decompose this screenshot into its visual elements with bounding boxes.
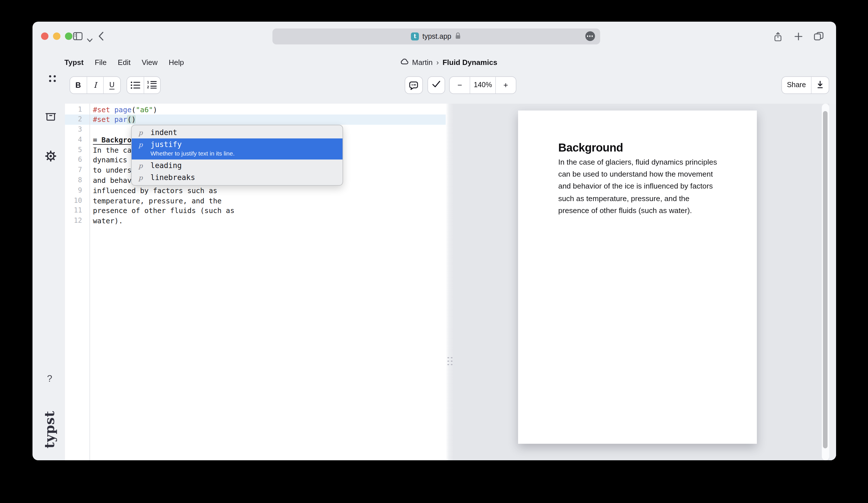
back-icon[interactable] <box>98 31 104 43</box>
close-window-button[interactable] <box>41 32 49 40</box>
list-format-group: 1 2 <box>126 76 161 94</box>
menu-item-file[interactable]: File <box>95 58 106 67</box>
browser-window: t typst.app <box>32 21 836 460</box>
code-text: #set page("a6") <box>90 105 157 115</box>
breadcrumb-separator: › <box>436 58 439 67</box>
preview-page: Background In the case of glaciers, flui… <box>518 110 757 444</box>
svg-text:2: 2 <box>147 85 149 89</box>
zoom-control-group: − 140% + <box>449 76 516 94</box>
line-number: 2 <box>65 115 90 125</box>
line-number: 11 <box>65 206 90 216</box>
compile-status-button[interactable] <box>427 76 445 94</box>
preview-scrollbar[interactable] <box>822 103 829 460</box>
autocomplete-label: indent <box>151 127 338 137</box>
share-icon[interactable] <box>773 31 782 44</box>
line-number: 12 <box>65 216 90 227</box>
zoom-window-button[interactable] <box>65 32 72 40</box>
download-button[interactable] <box>811 77 828 93</box>
zoom-in-button[interactable]: + <box>495 77 516 93</box>
new-tab-icon[interactable] <box>794 32 802 43</box>
autocomplete-dropdown: pindentpjustifyWhether to justify text i… <box>131 125 343 186</box>
preview-heading: Background <box>558 140 720 155</box>
autocomplete-label: leading <box>151 160 338 170</box>
url-text: typst.app <box>422 32 451 40</box>
check-icon <box>432 80 441 90</box>
autocomplete-label: linebreaks <box>151 172 338 182</box>
line-number: 7 <box>65 166 90 176</box>
breadcrumb-workspace[interactable]: Martin <box>412 58 433 67</box>
line-number: 10 <box>65 196 90 206</box>
menu-item-typst[interactable]: Typst <box>64 58 83 67</box>
preview-edge <box>829 103 836 460</box>
menu-item-help[interactable]: Help <box>169 58 184 67</box>
help-icon[interactable]: ? <box>47 373 52 384</box>
lock-icon <box>455 31 461 41</box>
code-text <box>90 125 93 135</box>
text-format-group: B I U <box>69 76 121 94</box>
page-settings-icon[interactable] <box>585 31 595 41</box>
preview-scrollbar-thumb[interactable] <box>823 111 828 448</box>
gutter-divider <box>89 103 90 460</box>
menu-item-edit[interactable]: Edit <box>118 58 131 67</box>
parameter-type-prefix: p <box>138 161 146 169</box>
autocomplete-item-justify[interactable]: pjustifyWhether to justify text in its l… <box>132 138 342 159</box>
code-text: presence of other fluids (such as <box>90 206 235 216</box>
drag-handle-icon[interactable] <box>447 357 452 365</box>
line-number: 9 <box>65 186 90 196</box>
preview-paragraph: In the case of glaciers, fluid dynamics … <box>558 156 720 217</box>
tabs-overview-icon[interactable] <box>814 32 823 43</box>
preview-pane: Background In the case of glaciers, flui… <box>453 103 836 460</box>
code-text: influenced by factors such as <box>90 186 217 196</box>
numbered-list-button[interactable]: 1 2 <box>144 77 160 93</box>
breadcrumb-document-title[interactable]: Fluid Dynamics <box>443 58 497 67</box>
line-number: 5 <box>65 145 90 155</box>
line-number: 3 <box>65 125 90 135</box>
files-tray-icon[interactable] <box>45 111 56 123</box>
line-number: 6 <box>65 155 90 166</box>
line-number: 8 <box>65 176 90 186</box>
grid-dots-icon[interactable] <box>48 74 57 85</box>
breadcrumb: Martin › Fluid Dynamics <box>400 57 497 67</box>
bold-button[interactable]: B <box>70 77 87 93</box>
autocomplete-label: justify <box>151 139 338 149</box>
code-line[interactable]: 12water). <box>65 216 446 227</box>
autocomplete-description: Whether to justify text in its line. <box>151 149 338 158</box>
share-export-group: Share <box>781 76 829 94</box>
code-line[interactable]: 1#set page("a6") <box>65 105 446 115</box>
svg-text:1: 1 <box>147 80 149 84</box>
line-number: 1 <box>65 105 90 115</box>
parameter-type-prefix: p <box>138 141 146 149</box>
code-line[interactable]: 2#set par() <box>65 115 446 125</box>
bullet-list-button[interactable] <box>127 77 144 93</box>
sidebar-toggle-icon[interactable] <box>73 32 82 43</box>
zoom-out-button[interactable]: − <box>450 77 470 93</box>
comments-button[interactable] <box>405 76 423 94</box>
minimize-window-button[interactable] <box>53 32 60 40</box>
code-line[interactable]: 11presence of other fluids (such as <box>65 206 446 216</box>
share-button[interactable]: Share <box>782 77 811 93</box>
italic-button[interactable]: I <box>87 77 103 93</box>
parameter-type-prefix: p <box>138 128 146 136</box>
autocomplete-item-leading[interactable]: pleading <box>132 159 342 171</box>
pane-divider[interactable] <box>446 103 453 460</box>
code-text: temperature, pressure, and the <box>90 196 222 206</box>
address-bar[interactable]: t typst.app <box>272 28 600 44</box>
chevron-down-icon[interactable] <box>86 34 93 45</box>
zoom-level-value[interactable]: 140% <box>470 77 495 93</box>
line-number: 4 <box>65 135 90 145</box>
site-favicon: t <box>411 32 419 40</box>
autocomplete-item-indent[interactable]: pindent <box>132 126 342 138</box>
typst-logo[interactable]: typst <box>39 407 60 453</box>
menu-item-view[interactable]: View <box>142 58 158 67</box>
code-text: water). <box>90 216 123 227</box>
cloud-icon <box>400 58 409 67</box>
code-text: #set par() <box>90 115 136 125</box>
gear-icon[interactable] <box>45 150 56 164</box>
desktop: t typst.app <box>0 0 868 503</box>
app-menubar: TypstFileEditViewHelp <box>64 57 184 67</box>
code-line[interactable]: 9influenced by factors such as <box>65 186 446 196</box>
parameter-type-prefix: p <box>138 174 146 182</box>
code-line[interactable]: 10temperature, pressure, and the <box>65 196 446 206</box>
autocomplete-item-linebreaks[interactable]: plinebreaks <box>132 171 342 184</box>
underline-button[interactable]: U <box>103 77 120 93</box>
